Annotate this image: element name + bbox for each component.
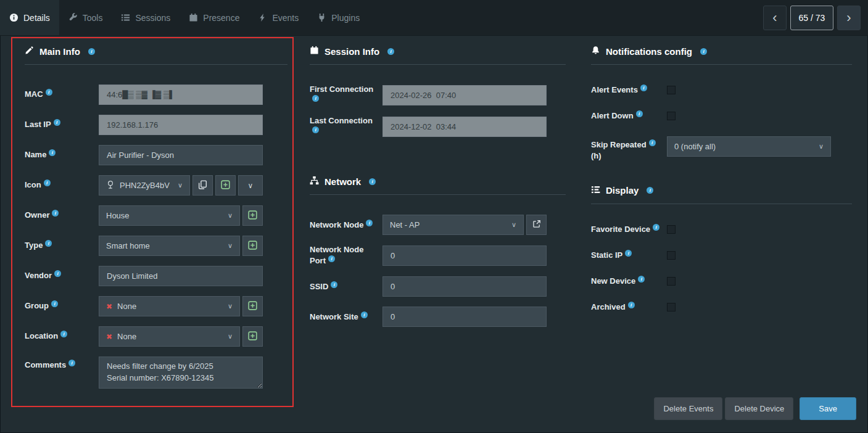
- alert-events-checkbox[interactable]: [667, 86, 676, 94]
- plus-square-icon: [248, 301, 257, 312]
- tab-sessions[interactable]: Sessions: [112, 0, 180, 35]
- first-connection-input[interactable]: [382, 85, 547, 105]
- skip-repeated-label: Skip Repeated (h): [591, 136, 667, 161]
- info-icon: [653, 224, 659, 231]
- icon-dropdown-button[interactable]: ∨: [238, 175, 263, 196]
- selected-location-value: None: [117, 332, 136, 341]
- calendar-icon: [310, 46, 319, 57]
- tab-label: Presence: [203, 13, 239, 23]
- archived-row: Archived: [591, 302, 852, 313]
- selected-icon-value: PHN2ZyB4bV: [120, 181, 170, 190]
- device-details-page: Details Tools Sessions Presence Events: [0, 0, 868, 433]
- ssid-field-row: SSID: [310, 276, 566, 297]
- info-icon: [649, 139, 656, 146]
- alert-down-label: Alert Down: [591, 110, 667, 122]
- vendor-field-row: Vendor: [25, 266, 287, 286]
- info-icon: [45, 240, 52, 247]
- tab-details[interactable]: Details: [0, 0, 59, 35]
- info-icon: [328, 255, 335, 262]
- group-select[interactable]: ✖ None ∨: [99, 296, 240, 316]
- tab-label: Tools: [83, 13, 103, 23]
- network-node-select[interactable]: Net - AP ∨: [382, 215, 524, 235]
- plus-square-icon: [248, 210, 257, 221]
- info-icon: [312, 126, 319, 133]
- new-device-row: New Device: [591, 276, 852, 287]
- open-network-node-button[interactable]: [526, 215, 547, 235]
- type-field-row: Type Smart home ∨: [25, 236, 287, 256]
- network-site-input[interactable]: [382, 307, 547, 327]
- mac-input[interactable]: [99, 85, 263, 105]
- add-type-button[interactable]: [242, 236, 263, 256]
- details-content: Main Info MAC Last IP Name Icon: [0, 36, 868, 407]
- icon-select[interactable]: PHN2ZyB4bV ∨: [99, 175, 190, 196]
- x-icon: ✖: [106, 332, 112, 341]
- bell-icon: [591, 46, 600, 57]
- tab-label: Details: [23, 13, 50, 23]
- vendor-input[interactable]: [99, 266, 263, 286]
- chevron-right-icon: ›: [846, 11, 851, 25]
- info-icon: [640, 85, 647, 91]
- icon-field-row: Icon PHN2ZyB4bV ∨: [25, 175, 287, 196]
- save-button[interactable]: Save: [800, 397, 856, 420]
- x-icon: ✖: [106, 302, 112, 311]
- selected-network-node-value: Net - AP: [390, 220, 420, 229]
- divider: [25, 64, 287, 65]
- info-icon: [49, 149, 56, 156]
- static-ip-checkbox[interactable]: [667, 251, 676, 260]
- info-icon: [700, 48, 707, 55]
- add-owner-button[interactable]: [242, 205, 263, 226]
- info-icon: [387, 48, 394, 55]
- tab-presence[interactable]: Presence: [180, 0, 249, 35]
- section-title-text: Main Info: [39, 46, 80, 57]
- delete-device-button[interactable]: Delete Device: [725, 397, 793, 420]
- info-icon: [361, 311, 368, 318]
- info-icon: [60, 331, 67, 337]
- notifications-display-column: Notifications config Alert Events Alert …: [576, 37, 857, 407]
- owner-select[interactable]: House ∨: [99, 205, 240, 226]
- new-device-checkbox[interactable]: [667, 277, 676, 286]
- display-title: Display: [591, 185, 852, 196]
- location-select[interactable]: ✖ None ∨: [99, 326, 240, 347]
- network-site-field-row: Network Site: [310, 307, 566, 327]
- section-title-text: Session Info: [324, 46, 379, 57]
- prev-device-button[interactable]: ‹: [763, 6, 787, 30]
- favorite-device-checkbox[interactable]: [667, 225, 676, 234]
- name-input[interactable]: [99, 145, 263, 165]
- alert-down-row: Alert Down: [591, 110, 852, 122]
- tab-plugins[interactable]: Plugins: [308, 0, 369, 35]
- chevron-left-icon: ‹: [772, 11, 777, 25]
- tab-tools[interactable]: Tools: [59, 0, 112, 35]
- skip-repeated-select[interactable]: 0 (notify all) ∨: [667, 136, 831, 157]
- section-title-text: Display: [606, 185, 639, 196]
- network-node-label: Network Node: [310, 220, 382, 231]
- info-icon: [312, 95, 319, 102]
- ssid-label: SSID: [310, 281, 382, 292]
- notifications-config-title: Notifications config: [591, 46, 852, 57]
- external-link-icon: [532, 220, 541, 230]
- archived-checkbox[interactable]: [667, 303, 676, 311]
- network-node-field-row: Network Node Net - AP ∨: [310, 215, 566, 235]
- chevron-down-icon: ∨: [819, 143, 824, 150]
- tab-events[interactable]: Events: [249, 0, 308, 35]
- last-ip-input[interactable]: [99, 115, 263, 135]
- footer-actions: Delete Events Delete Device Save: [654, 397, 856, 420]
- delete-events-button[interactable]: Delete Events: [654, 397, 722, 420]
- tab-label: Sessions: [135, 13, 170, 23]
- skip-repeated-label-suffix: (h): [591, 151, 601, 160]
- plug-icon: [317, 13, 326, 22]
- add-location-button[interactable]: [242, 326, 263, 347]
- divider: [310, 64, 566, 65]
- section-title-text: Notifications config: [606, 46, 692, 57]
- network-node-port-input[interactable]: [382, 245, 547, 266]
- next-device-button[interactable]: ›: [837, 6, 861, 30]
- alert-down-checkbox[interactable]: [667, 112, 676, 120]
- last-connection-input[interactable]: [382, 117, 547, 137]
- add-group-button[interactable]: [242, 296, 263, 316]
- info-icon: [638, 276, 645, 282]
- type-select[interactable]: Smart home ∨: [99, 236, 240, 256]
- ssid-input[interactable]: [382, 276, 547, 297]
- section-title-text: Network: [324, 176, 361, 187]
- comments-textarea[interactable]: Needs filter change by 6/2025 Serial num…: [99, 357, 263, 389]
- copy-icon-button[interactable]: [192, 175, 213, 196]
- add-icon-button[interactable]: [215, 175, 236, 196]
